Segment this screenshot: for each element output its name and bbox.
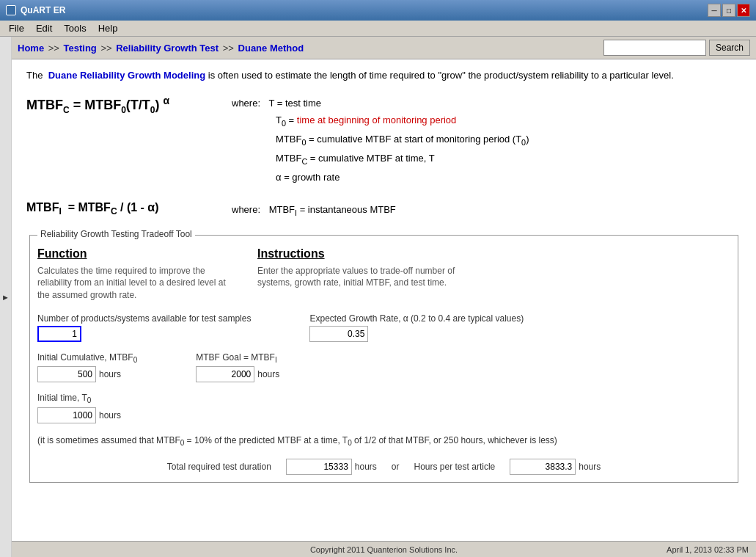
growth-rate-input[interactable] — [309, 326, 368, 342]
input-row-1: Number of products/systems available for… — [37, 313, 730, 342]
tool-box-inner: Function Calculates the time required to… — [37, 247, 730, 302]
close-button[interactable]: ✕ — [737, 4, 750, 17]
mtbf-goal-group: MTBF Goal = MTBFI hours — [196, 352, 279, 382]
formula1-where: where: T = test time T0 = time at beginn… — [232, 95, 529, 186]
initial-cum-input[interactable] — [37, 366, 96, 382]
mtbf-goal-with-unit: hours — [196, 366, 279, 382]
instructions-title: Instructions — [257, 247, 463, 261]
menu-tools[interactable]: Tools — [58, 21, 92, 35]
footer-datetime: April 1, 2013 02:33 PM — [631, 545, 749, 554]
initial-time-group: Initial time, T0 hours — [37, 393, 121, 423]
num-products-with-unit — [37, 326, 251, 342]
main-area: ► Home >> Testing >> Reliability Growth … — [0, 37, 756, 557]
or-label: or — [392, 462, 400, 472]
breadcrumb-sep3: >> — [223, 43, 237, 54]
app-title: QuART ER — [21, 5, 65, 15]
initial-time-unit: hours — [99, 410, 121, 421]
tool-box: Reliability Growth Testing Tradeoff Tool… — [29, 235, 738, 484]
per-article-with-unit: hours — [510, 459, 601, 475]
mtbf-goal-label: MTBF Goal = MTBFI — [196, 352, 279, 364]
search-area: Search — [603, 40, 750, 56]
per-article-input[interactable] — [510, 459, 576, 475]
title-bar: QuART ER ─ □ ✕ — [0, 0, 756, 21]
initial-cum-with-unit: hours — [37, 366, 137, 382]
inputs-section: Number of products/systems available for… — [37, 313, 730, 423]
growth-rate-with-unit — [309, 326, 524, 342]
instructions-description: Enter the appropriate values to trade-of… — [257, 265, 463, 290]
breadcrumb-current: Duane Method — [238, 43, 304, 54]
title-bar-controls[interactable]: ─ □ ✕ — [708, 4, 750, 17]
note-text: (it is sometimes assumed that MTBF0 = 10… — [37, 434, 730, 448]
where-mtbfc: MTBFC = cumulative MTBF at time, T — [232, 150, 529, 169]
formula2-where: where: MTBFI = instantaneous MTBF — [232, 201, 396, 220]
intro-text: The Duane Reliability Growth Modeling is… — [26, 68, 741, 83]
per-article-label: Hours per test article — [414, 462, 496, 472]
function-description: Calculates the time required to improve … — [37, 265, 228, 302]
initial-time-with-unit: hours — [37, 407, 121, 423]
initial-time-input[interactable] — [37, 407, 96, 423]
breadcrumb-reliability-growth[interactable]: Reliability Growth Test — [116, 43, 219, 54]
num-products-label: Number of products/systems available for… — [37, 313, 251, 324]
tool-box-legend: Reliability Growth Testing Tradeoff Tool — [37, 229, 195, 239]
breadcrumb: Home >> Testing >> Reliability Growth Te… — [18, 43, 304, 54]
function-block: Function Calculates the time required to… — [37, 247, 228, 302]
formula2-section: MTBFI = MTBFC / (1 - α) where: MTBFI = i… — [26, 201, 741, 220]
function-title: Function — [37, 247, 228, 261]
growth-rate-label: Expected Growth Rate, α (0.2 to 0.4 are … — [309, 313, 524, 324]
where-label: where: T = test time — [232, 95, 529, 112]
breadcrumb-sep1: >> — [48, 43, 62, 54]
growth-rate-group: Expected Growth Rate, α (0.2 to 0.4 are … — [309, 313, 524, 342]
breadcrumb-home[interactable]: Home — [18, 43, 44, 54]
footer: Copyright 2011 Quanterion Solutions Inc.… — [12, 541, 756, 557]
formula1: MTBFC = MTBF0(T/T0) α — [26, 95, 188, 115]
footer-copyright: Copyright 2011 Quanterion Solutions Inc. — [136, 545, 631, 554]
where-alpha: α = growth rate — [232, 169, 529, 186]
mtbf-goal-input[interactable] — [196, 366, 254, 382]
where-mtbf0: MTBF0 = cumulative MTBF at start of moni… — [232, 131, 529, 150]
instructions-block: Instructions Enter the appropriate value… — [257, 247, 463, 302]
menu-help[interactable]: Help — [92, 21, 124, 35]
formula1-section: MTBFC = MTBF0(T/T0) α where: T = test ti… — [26, 95, 741, 186]
per-article-unit: hours — [579, 462, 601, 472]
initial-cum-unit: hours — [99, 369, 121, 379]
maximize-button[interactable]: □ — [722, 4, 735, 17]
intro-link[interactable]: Duane Reliability Growth Modeling — [48, 70, 206, 81]
side-tab[interactable]: ► — [0, 37, 12, 557]
num-products-input[interactable] — [37, 326, 81, 342]
app-icon — [6, 5, 16, 15]
page-body: The Duane Reliability Growth Modeling is… — [12, 59, 756, 541]
input-row-2: Initial Cumulative, MTBF0 hours MTBF Goa… — [37, 352, 730, 382]
total-duration-with-unit: hours — [286, 459, 377, 475]
total-duration-input[interactable] — [286, 459, 352, 475]
input-row-3: Initial time, T0 hours — [37, 393, 730, 423]
menu-bar: File Edit Tools Help — [0, 21, 756, 37]
search-input[interactable] — [603, 40, 706, 56]
search-button[interactable]: Search — [709, 40, 750, 56]
breadcrumb-testing[interactable]: Testing — [64, 43, 97, 54]
menu-file[interactable]: File — [3, 21, 30, 35]
num-products-group: Number of products/systems available for… — [37, 313, 251, 342]
total-duration-unit: hours — [355, 462, 377, 472]
initial-time-label: Initial time, T0 — [37, 393, 121, 404]
where-t0: T0 = time at beginning of monitoring per… — [232, 112, 529, 131]
breadcrumb-sep2: >> — [100, 43, 114, 54]
minimize-button[interactable]: ─ — [708, 4, 721, 17]
initial-cum-label: Initial Cumulative, MTBF0 — [37, 352, 137, 364]
output-row: Total required test duration hours or Ho… — [37, 459, 730, 475]
formula2: MTBFI = MTBFC / (1 - α) — [26, 201, 188, 216]
menu-edit[interactable]: Edit — [30, 21, 58, 35]
total-duration-label: Total required test duration — [167, 462, 271, 472]
where2-label: where: MTBFI = instantaneous MTBF — [232, 201, 396, 220]
intro-rest: is often used to estimate the length of … — [205, 70, 674, 81]
initial-cum-group: Initial Cumulative, MTBF0 hours — [37, 352, 137, 382]
mtbf-goal-unit: hours — [257, 369, 279, 379]
title-bar-left: QuART ER — [6, 5, 65, 15]
header-bar: Home >> Testing >> Reliability Growth Te… — [12, 37, 756, 59]
content: Home >> Testing >> Reliability Growth Te… — [12, 37, 756, 557]
